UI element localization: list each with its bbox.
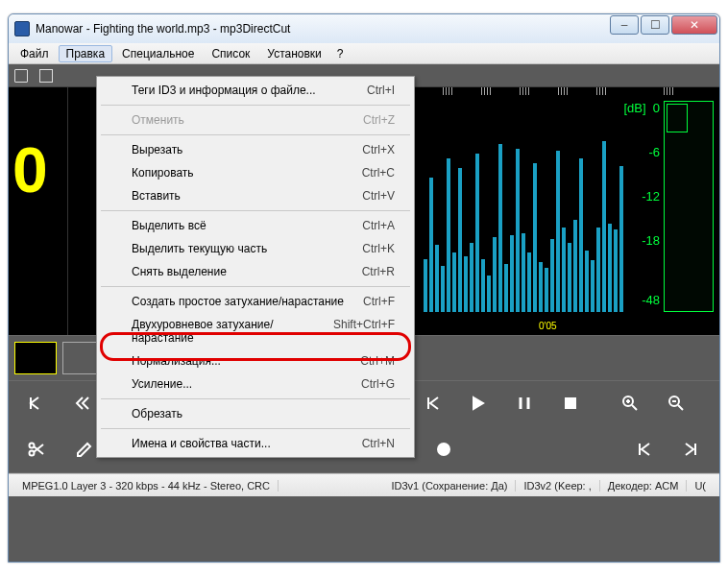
titlebar: Manowar - Fighting the world.mp3 - mp3Di… [9,14,719,43]
record-icon[interactable] [433,440,454,461]
level-meter-peak [667,104,688,132]
skip-back-icon[interactable] [633,440,654,461]
minimize-button[interactable]: – [610,15,639,35]
record-group [433,440,454,461]
save-icon[interactable] [39,69,53,83]
zoom-out-icon[interactable] [666,394,687,415]
status-format: MPEG1.0 Layer 3 - 320 kbps - 44 kHz - St… [14,480,279,492]
menu-cut[interactable]: Вырезать Ctrl+X [99,138,412,161]
menu-file[interactable]: Файл [12,45,57,62]
menu-copy[interactable]: Копировать Ctrl+C [99,161,412,184]
level-meter [664,101,714,312]
menu-gain[interactable]: Усиление... Ctrl+G [99,372,412,396]
menu-help[interactable]: ? [331,45,350,62]
maximize-button[interactable]: ☐ [641,15,669,35]
menu-select-current[interactable]: Выделить текущую часть Ctrl+K [99,237,412,260]
play-icon[interactable] [468,394,489,415]
zoom-in-icon[interactable] [619,394,641,415]
menubar: Файл Правка Специальное Список Установки… [9,43,719,64]
menu-part-props[interactable]: Имена и свойства части... Ctrl+N [99,432,412,455]
skip-fwd-icon[interactable] [681,440,702,461]
svg-point-7 [438,444,449,455]
menu-select-all[interactable]: Выделить всё Ctrl+A [99,214,412,237]
status-extra: U( [687,480,714,492]
gutter-label: 0 [12,133,48,206]
separator [101,105,410,106]
menu-trim[interactable]: Обрезать [99,402,412,425]
window-buttons: – ☐ ✕ [610,15,717,35]
menu-two-level-fade[interactable]: Двухуровневое затухание/нарастание Shift… [99,313,412,349]
svg-rect-0 [566,398,575,408]
menu-paste[interactable]: Вставить Ctrl+V [99,184,412,207]
pencil-icon[interactable] [74,440,95,461]
scissors-icon[interactable] [26,440,47,461]
separator [101,398,410,399]
menu-list[interactable]: Список [204,45,257,62]
status-id3v1: ID3v1 (Сохранение: Да) [383,480,516,492]
separator [101,428,410,429]
edit-menu-dropdown: Теги ID3 и информация о файле... Ctrl+I … [96,76,415,458]
skip-group [633,440,702,461]
play-group [422,394,581,415]
app-icon [14,21,30,36]
stop-icon[interactable] [560,394,581,415]
menu-tags-info[interactable]: Теги ID3 и информация о файле... Ctrl+I [99,79,412,102]
menu-simple-fade[interactable]: Создать простое затухание/нарастание Ctr… [99,290,412,313]
separator [101,134,410,135]
menu-special[interactable]: Специальное [114,45,202,62]
waveform-gutter: 0 [9,87,68,335]
menu-edit[interactable]: Правка [59,45,113,62]
zoom-group [619,394,687,415]
status-bar: MPEG1.0 Layer 3 - 320 kbps - 44 kHz - St… [9,473,719,496]
status-id3v2: ID3v2 (Keep: , [516,480,599,492]
pause-icon[interactable] [514,394,535,415]
close-button[interactable]: ✕ [671,15,717,35]
menu-normalize[interactable]: Нормализация... Ctrl+M [99,349,412,372]
jump-prev-icon[interactable] [422,394,443,415]
menu-settings[interactable]: Установки [259,45,328,62]
db-scale: [dB] 0 -6 -12 -18 -48 [625,101,660,312]
overview-thumb-active[interactable] [14,342,57,374]
menu-undo: Отменить Ctrl+Z [99,108,412,132]
open-icon[interactable] [14,69,28,83]
menu-deselect[interactable]: Снять выделение Ctrl+R [99,260,412,283]
status-decoder: Декодер: ACM [600,480,688,492]
separator [101,210,410,211]
rewind-icon[interactable] [72,394,93,415]
separator [101,286,410,287]
prev-start-icon[interactable] [26,394,47,415]
time-marker: 0'05 [539,321,557,331]
